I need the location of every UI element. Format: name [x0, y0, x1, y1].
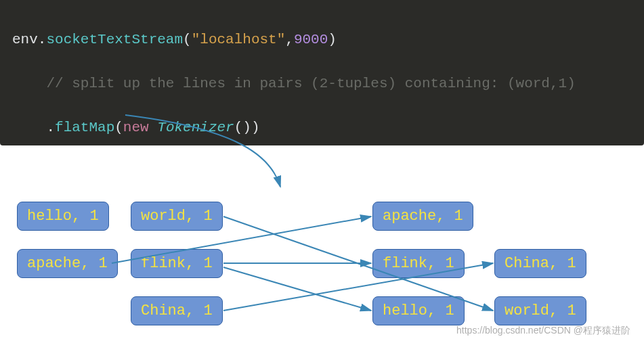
keyby-diagram: hello, 1 apache, 1 world, 1 flink, 1 Chi…	[0, 145, 644, 341]
tuple-node-apache-left: apache, 1	[17, 249, 118, 278]
tuple-node-china-left: China, 1	[131, 296, 223, 325]
code-block: env.socketTextStream("localhost",9000) /…	[0, 0, 644, 145]
code-line-3: .flatMap(new Tokenizer())	[12, 117, 632, 139]
code-string-localhost: "localhost"	[192, 32, 286, 47]
tuple-node-world-right: world, 1	[494, 296, 586, 325]
tuple-node-china-right: China, 1	[494, 249, 586, 278]
tuple-node-hello-left: hello, 1	[17, 202, 109, 231]
code-class-tokenizer: Tokenizer	[157, 120, 234, 135]
tuple-node-world-left: world, 1	[131, 202, 223, 231]
code-env: env	[12, 32, 38, 47]
code-func-socketTextStream: socketTextStream	[46, 32, 183, 47]
tuple-node-apache-right: apache, 1	[372, 202, 473, 231]
code-comment-split: // split up the lines in pairs (2-tuples…	[46, 76, 575, 91]
tuple-node-hello-right: hello, 1	[372, 296, 465, 325]
code-func-flatMap: flatMap	[55, 120, 114, 135]
tuple-node-flink-right: flink, 1	[372, 249, 465, 278]
code-keyword-new: new	[123, 120, 149, 135]
code-line-2: // split up the lines in pairs (2-tuples…	[12, 73, 632, 95]
code-number-port: 9000	[294, 32, 328, 47]
watermark-text: https://blog.csdn.net/CSDN @程序猿进阶	[456, 325, 630, 337]
tuple-node-flink-left: flink, 1	[131, 249, 223, 278]
code-line-1: env.socketTextStream("localhost",9000)	[12, 29, 632, 51]
